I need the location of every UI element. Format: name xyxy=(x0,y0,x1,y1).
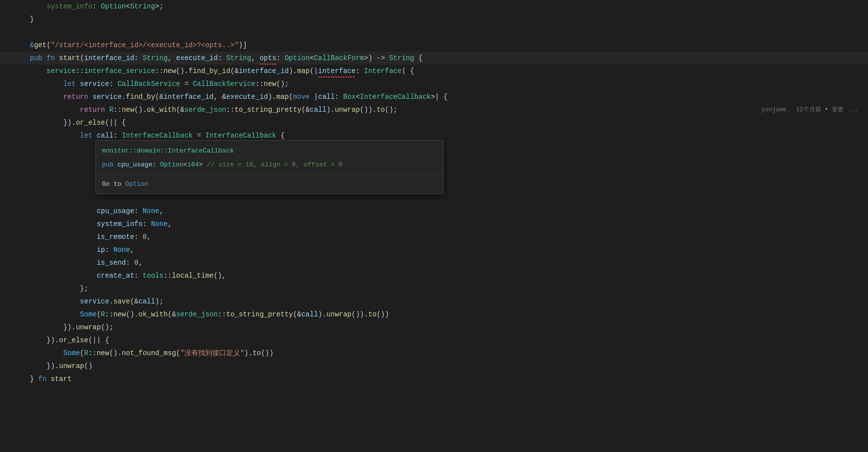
code-text: system_info: Option<String>; xyxy=(30,0,164,13)
code-text: ip: None, xyxy=(30,243,134,256)
tooltip-go-to-option[interactable]: Go to Option xyxy=(96,175,443,194)
code-line: }).or_else(|| { xyxy=(0,334,868,347)
code-text: } fn start xyxy=(30,373,72,385)
code-line: let service: CallBackService = CallBackS… xyxy=(0,77,868,90)
tooltip-popup: monitor::domain::InterfaceCallback pub c… xyxy=(95,140,443,194)
code-text: }).or_else(|| { xyxy=(30,116,126,129)
code-line: is_remote: 0, xyxy=(0,230,868,243)
code-line-fn-start: pub fn start(interface_id: String, execu… xyxy=(0,52,868,65)
code-line: } fn start xyxy=(0,373,868,385)
code-text: cpu_usage: None, xyxy=(30,205,164,218)
code-text: } xyxy=(30,13,34,26)
code-line: } xyxy=(0,13,868,26)
code-text: }).unwrap() xyxy=(30,360,92,373)
code-text xyxy=(30,26,34,39)
code-text: pub fn start(interface_id: String, execu… xyxy=(30,52,423,65)
code-text: }).unwrap(); xyxy=(30,321,113,334)
code-text: is_send: 0, xyxy=(30,256,143,269)
code-line: }).unwrap(); xyxy=(0,321,868,334)
tooltip-colon: : xyxy=(152,161,160,168)
tooltip-angle-open: < xyxy=(183,161,187,168)
code-text: service::interface_service::new().find_b… xyxy=(30,65,414,77)
tooltip-type-header: monitor::domain::InterfaceCallback xyxy=(102,145,437,157)
code-text: let service: CallBackService = CallBackS… xyxy=(30,77,289,90)
code-text: is_remote: 0, xyxy=(30,230,151,243)
code-line: service.save(&call); xyxy=(0,295,868,308)
code-line: Some(R::new().ok_with(&serde_json::to_st… xyxy=(0,308,868,321)
code-text: create_at: tools::local_time(), xyxy=(30,269,226,282)
code-text: service.save(&call); xyxy=(30,295,164,308)
tooltip-pub-kw: pub xyxy=(102,161,117,168)
code-line: return service.find_by(&interface_id, &e… xyxy=(0,90,868,103)
code-line: }).or_else(|| { xyxy=(0,116,868,129)
code-text: Some(R::new().not_found_msg("没有找到接口定义").… xyxy=(30,347,273,360)
tooltip-go-to-text: Go to xyxy=(102,180,121,188)
code-line: }; xyxy=(0,282,868,295)
code-line: create_at: tools::local_time(), xyxy=(0,269,868,282)
tooltip-go-to-link[interactable]: Option xyxy=(125,180,149,188)
code-text: }).or_else(|| { xyxy=(30,334,109,347)
code-line: system_info: Option<String>; xyxy=(0,0,868,13)
tooltip-type-option: Option xyxy=(160,161,183,168)
code-line: ip: None, xyxy=(0,243,868,256)
code-text: Some(R::new().ok_with(&serde_json::to_st… xyxy=(30,308,389,321)
tooltip-field-line: pub cpu_usage: Option<i64> // size = 16,… xyxy=(102,159,437,170)
code-line: system_info: None, xyxy=(0,218,868,230)
code-line: }).unwrap() xyxy=(0,360,868,373)
code-line: &get("/start/<interface_id>/<execute_id>… xyxy=(0,39,868,52)
code-text: &get("/start/<interface_id>/<execute_id>… xyxy=(30,39,247,52)
code-editor: system_info: Option<String>; } &get("/st… xyxy=(0,0,868,452)
tooltip-field-name: cpu_usage xyxy=(117,161,152,168)
tooltip-inner-type: i64 xyxy=(187,161,199,168)
code-text: return R::new().ok_with(&serde_json::to_… xyxy=(30,103,397,116)
code-line: cpu_usage: None, xyxy=(0,205,868,218)
code-line xyxy=(0,26,868,39)
tooltip-comment: // size = 16, align = 8, offset = 0 xyxy=(207,161,343,168)
tooltip-type-text: monitor::domain::InterfaceCallback xyxy=(102,147,234,154)
code-line: service::interface_service::new().find_b… xyxy=(0,65,868,77)
code-line: is_send: 0, xyxy=(0,256,868,269)
tooltip-type-info: monitor::domain::InterfaceCallback pub c… xyxy=(96,141,443,175)
code-line: return R::new().ok_with(&serde_json::to_… xyxy=(0,103,868,116)
code-text: return service.find_by(&interface_id, &e… xyxy=(30,90,447,103)
code-lines: system_info: Option<String>; } &get("/st… xyxy=(0,0,868,385)
code-text: }; xyxy=(30,282,88,295)
code-text: system_info: None, xyxy=(30,218,172,230)
code-line: Some(R::new().not_found_msg("没有找到接口定义").… xyxy=(0,347,868,360)
tooltip-angle-close: > xyxy=(199,161,207,168)
